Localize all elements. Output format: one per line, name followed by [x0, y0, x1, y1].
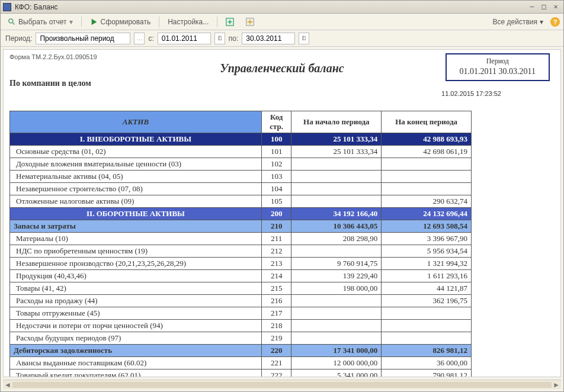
row-end: 290 632,74	[382, 195, 472, 208]
row-end: 1 611 293,16	[382, 270, 472, 282]
date-to-input[interactable]	[242, 33, 295, 44]
table-row: НДС по приобретенным ценностям (19)2125 …	[10, 245, 472, 258]
app-window: КФО: Баланс — □ ✕ Выбрать отчет ▾ Сформи…	[0, 0, 564, 392]
row-end: 42 988 693,93	[382, 133, 472, 146]
row-end: 1 321 994,32	[382, 258, 472, 270]
minimize-button[interactable]: —	[527, 2, 537, 12]
all-actions-button[interactable]: Все действия ▾	[489, 17, 547, 27]
row-code: 211	[261, 233, 291, 245]
row-code: 210	[261, 220, 291, 233]
table-row: Материалы (10)211208 298,903 396 967,90	[10, 233, 472, 245]
row-begin: 25 101 333,34	[291, 133, 382, 146]
svg-line-1	[12, 22, 15, 24]
table-row: Расходы будущих периодов (97)219	[10, 332, 472, 345]
separator	[81, 17, 82, 27]
dropdown-icon: ▾	[540, 18, 543, 26]
col-end: На конец периода	[382, 111, 472, 133]
scroll-right-icon[interactable]: ►	[552, 381, 561, 389]
row-name: Продукция (40,43,46)	[10, 270, 262, 282]
period-box-value: 01.01.2011 30.03.2011	[460, 67, 536, 76]
table-row: Отложенные налоговые активы (09)105290 6…	[10, 195, 472, 208]
row-name: Расходы будущих периодов (97)	[10, 332, 262, 345]
row-begin: 5 341 000,00	[291, 369, 382, 378]
col-begin: На начало периода	[291, 111, 382, 133]
maximize-button[interactable]: □	[539, 2, 549, 12]
generation-timestamp: 11.02.2015 17:23:52	[441, 90, 501, 97]
close-button[interactable]: ✕	[550, 2, 561, 12]
date-from-calendar-icon[interactable]: 🗓	[214, 33, 225, 44]
scroll-track[interactable]	[12, 382, 552, 388]
scroll-left-icon[interactable]: ◄	[3, 381, 12, 389]
row-code: 216	[261, 295, 291, 307]
row-code: 101	[261, 146, 291, 158]
period-box: Период 01.01.2011 30.03.2011	[446, 53, 550, 81]
table-row: Товары отгруженные (45)217	[10, 307, 472, 320]
from-label: с:	[148, 34, 153, 43]
row-name: Незавершенное производство (20,21,23,25,…	[10, 258, 262, 270]
plus-box-icon	[226, 18, 234, 26]
row-end: 826 981,12	[382, 345, 472, 357]
row-begin: 139 229,40	[291, 270, 382, 282]
row-code: 217	[261, 307, 291, 320]
row-begin	[291, 307, 382, 320]
period-type-input[interactable]	[36, 33, 130, 44]
row-begin: 208 298,90	[291, 233, 382, 245]
row-begin: 12 000 000,00	[291, 357, 382, 369]
settings-button[interactable]: Настройка...	[164, 17, 212, 27]
arrows-icon	[246, 18, 254, 26]
col-code: Код стр.	[261, 111, 291, 133]
row-name: Недостачи и потери от порчи ценностей (9…	[10, 320, 262, 332]
row-name: Авансы выданные поставщикам (60.02)	[10, 357, 262, 369]
row-code: 103	[261, 171, 291, 183]
row-code: 218	[261, 320, 291, 332]
date-to-calendar-icon[interactable]: 🗓	[299, 33, 309, 44]
row-begin	[291, 183, 382, 195]
horizontal-scrollbar[interactable]: ◄ ►	[3, 380, 561, 389]
row-end	[382, 320, 472, 332]
row-name: Расходы на продажу (44)	[10, 295, 262, 307]
row-code: 219	[261, 332, 291, 345]
row-end	[382, 158, 472, 171]
help-icon[interactable]: ?	[550, 17, 560, 27]
row-begin: 17 341 000,00	[291, 345, 382, 357]
toolbar: Выбрать отчет ▾ Сформировать Настройка..…	[1, 14, 563, 30]
row-end	[382, 307, 472, 320]
row-end: 790 981,12	[382, 369, 472, 378]
report-area: Форма ТМ.2.2.Бух.01.090519 Управленчески…	[3, 49, 561, 377]
row-code: 220	[261, 345, 291, 357]
row-end	[382, 332, 472, 345]
row-code: 213	[261, 258, 291, 270]
row-name: Товары (41, 42)	[10, 282, 262, 295]
generate-button[interactable]: Сформировать	[86, 17, 155, 27]
row-code: 221	[261, 357, 291, 369]
row-end	[382, 183, 472, 195]
titlebar: КФО: Баланс — □ ✕	[1, 1, 563, 14]
add-button[interactable]	[222, 17, 240, 27]
row-begin: 198 000,00	[291, 282, 382, 295]
table-row: Дебиторская задолженность22017 341 000,0…	[10, 345, 472, 357]
row-code: 105	[261, 195, 291, 208]
table-row: Авансы выданные поставщикам (60.02)22112…	[10, 357, 472, 369]
app-icon	[3, 3, 11, 11]
period-select-button[interactable]: …	[134, 33, 145, 44]
row-begin	[291, 320, 382, 332]
table-row: Незавершенное строительство (07, 08)104	[10, 183, 472, 195]
select-report-button[interactable]: Выбрать отчет ▾	[4, 17, 76, 27]
expand-button[interactable]	[242, 17, 260, 27]
row-name: I. ВНЕОБОРОТНЫЕ АКТИВЫ	[10, 133, 262, 146]
svg-marker-2	[91, 18, 97, 25]
table-row: Незавершенное производство (20,21,23,25,…	[10, 258, 472, 270]
row-end: 5 956 934,54	[382, 245, 472, 258]
row-code: 222	[261, 369, 291, 378]
row-name: II. ОБОРОТНЫЕ АКТИВЫ	[10, 208, 262, 220]
row-name: Запасы и затраты	[10, 220, 262, 233]
period-bar: Период: … с: 🗓 по: 🗓	[1, 30, 563, 47]
window-title: КФО: Баланс	[15, 3, 525, 11]
separator	[159, 17, 159, 27]
table-row: Основные средства (01, 02)10125 101 333,…	[10, 146, 472, 158]
date-from-input[interactable]	[158, 33, 211, 44]
row-name: Товары отгруженные (45)	[10, 307, 262, 320]
table-row: Расходы на продажу (44)216362 196,75	[10, 295, 472, 307]
table-row: Недостачи и потери от порчи ценностей (9…	[10, 320, 472, 332]
row-code: 100	[261, 133, 291, 146]
